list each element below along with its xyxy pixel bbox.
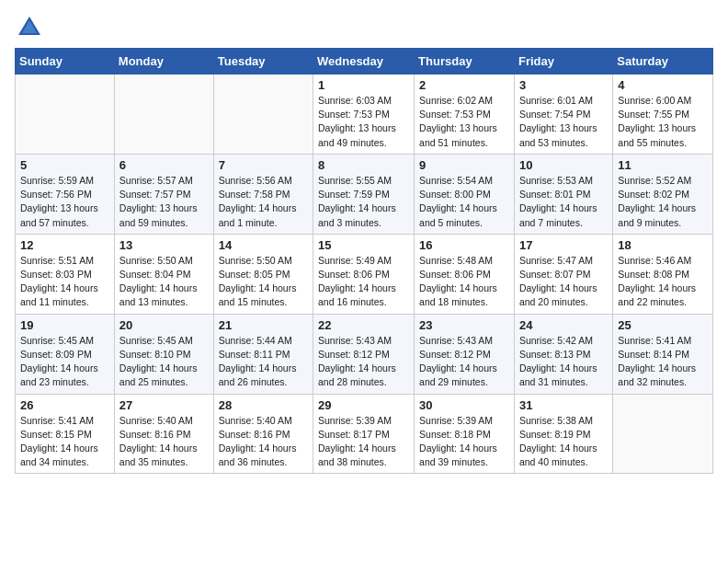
cell-info: Sunrise: 5:57 AM Sunset: 7:57 PM Dayligh… xyxy=(119,174,209,230)
cell-info: Sunrise: 5:53 AM Sunset: 8:01 PM Dayligh… xyxy=(519,174,608,230)
calendar-week-2: 5Sunrise: 5:59 AM Sunset: 7:56 PM Daylig… xyxy=(16,154,713,234)
cell-info: Sunrise: 5:41 AM Sunset: 8:14 PM Dayligh… xyxy=(618,334,708,390)
cell-info: Sunrise: 5:44 AM Sunset: 8:11 PM Dayligh… xyxy=(219,334,308,390)
header-day-tuesday: Tuesday xyxy=(213,49,313,75)
cell-info: Sunrise: 5:40 AM Sunset: 8:16 PM Dayligh… xyxy=(219,414,308,470)
calendar-cell xyxy=(114,75,213,155)
day-number: 27 xyxy=(119,398,209,412)
calendar-cell: 23Sunrise: 5:43 AM Sunset: 8:12 PM Dayli… xyxy=(415,314,515,394)
calendar-cell: 22Sunrise: 5:43 AM Sunset: 8:12 PM Dayli… xyxy=(313,314,415,394)
calendar-week-1: 1Sunrise: 6:03 AM Sunset: 7:53 PM Daylig… xyxy=(16,75,713,155)
calendar-cell: 5Sunrise: 5:59 AM Sunset: 7:56 PM Daylig… xyxy=(16,154,115,234)
calendar-cell: 24Sunrise: 5:42 AM Sunset: 8:13 PM Dayli… xyxy=(514,314,612,394)
cell-info: Sunrise: 5:54 AM Sunset: 8:00 PM Dayligh… xyxy=(419,174,509,230)
page-header xyxy=(15,15,713,40)
header-day-wednesday: Wednesday xyxy=(313,49,415,75)
day-number: 5 xyxy=(20,158,109,172)
calendar-cell: 9Sunrise: 5:54 AM Sunset: 8:00 PM Daylig… xyxy=(415,154,515,234)
calendar-cell: 12Sunrise: 5:51 AM Sunset: 8:03 PM Dayli… xyxy=(16,234,115,314)
calendar-cell: 14Sunrise: 5:50 AM Sunset: 8:05 PM Dayli… xyxy=(213,234,313,314)
logo-icon xyxy=(17,15,42,40)
calendar-cell: 15Sunrise: 5:49 AM Sunset: 8:06 PM Dayli… xyxy=(313,234,415,314)
cell-info: Sunrise: 5:50 AM Sunset: 8:04 PM Dayligh… xyxy=(119,254,209,310)
calendar-cell: 17Sunrise: 5:47 AM Sunset: 8:07 PM Dayli… xyxy=(514,234,612,314)
cell-info: Sunrise: 5:41 AM Sunset: 8:15 PM Dayligh… xyxy=(20,414,109,470)
cell-info: Sunrise: 5:45 AM Sunset: 8:09 PM Dayligh… xyxy=(20,334,109,390)
day-number: 21 xyxy=(219,318,308,332)
calendar-cell: 21Sunrise: 5:44 AM Sunset: 8:11 PM Dayli… xyxy=(213,314,313,394)
cell-info: Sunrise: 5:55 AM Sunset: 7:59 PM Dayligh… xyxy=(318,174,409,230)
day-number: 7 xyxy=(219,158,308,172)
calendar-cell: 18Sunrise: 5:46 AM Sunset: 8:08 PM Dayli… xyxy=(613,234,713,314)
calendar-cell: 30Sunrise: 5:39 AM Sunset: 8:18 PM Dayli… xyxy=(415,394,515,474)
day-number: 23 xyxy=(419,318,509,332)
cell-info: Sunrise: 5:50 AM Sunset: 8:05 PM Dayligh… xyxy=(219,254,308,310)
calendar-cell xyxy=(613,394,713,474)
day-number: 10 xyxy=(519,158,608,172)
calendar-cell: 25Sunrise: 5:41 AM Sunset: 8:14 PM Dayli… xyxy=(613,314,713,394)
header-day-thursday: Thursday xyxy=(415,49,515,75)
calendar-cell: 1Sunrise: 6:03 AM Sunset: 7:53 PM Daylig… xyxy=(313,75,415,155)
day-number: 18 xyxy=(618,238,708,252)
day-number: 26 xyxy=(20,398,109,412)
day-number: 16 xyxy=(419,238,509,252)
header-day-friday: Friday xyxy=(514,49,612,75)
cell-info: Sunrise: 6:03 AM Sunset: 7:53 PM Dayligh… xyxy=(318,94,409,150)
cell-info: Sunrise: 5:56 AM Sunset: 7:58 PM Dayligh… xyxy=(219,174,308,230)
calendar-cell: 7Sunrise: 5:56 AM Sunset: 7:58 PM Daylig… xyxy=(213,154,313,234)
cell-info: Sunrise: 5:43 AM Sunset: 8:12 PM Dayligh… xyxy=(419,334,509,390)
cell-info: Sunrise: 5:40 AM Sunset: 8:16 PM Dayligh… xyxy=(119,414,209,470)
calendar-header: SundayMondayTuesdayWednesdayThursdayFrid… xyxy=(16,49,713,75)
day-number: 17 xyxy=(519,238,608,252)
calendar-cell: 8Sunrise: 5:55 AM Sunset: 7:59 PM Daylig… xyxy=(313,154,415,234)
day-number: 11 xyxy=(618,158,708,172)
cell-info: Sunrise: 5:43 AM Sunset: 8:12 PM Dayligh… xyxy=(318,334,409,390)
calendar-cell: 16Sunrise: 5:48 AM Sunset: 8:06 PM Dayli… xyxy=(415,234,515,314)
day-number: 25 xyxy=(618,318,708,332)
cell-info: Sunrise: 6:02 AM Sunset: 7:53 PM Dayligh… xyxy=(419,94,509,150)
day-number: 9 xyxy=(419,158,509,172)
calendar-cell: 26Sunrise: 5:41 AM Sunset: 8:15 PM Dayli… xyxy=(16,394,115,474)
day-number: 14 xyxy=(219,238,308,252)
day-number: 6 xyxy=(119,158,209,172)
cell-info: Sunrise: 6:01 AM Sunset: 7:54 PM Dayligh… xyxy=(519,94,608,150)
day-number: 4 xyxy=(618,78,708,92)
calendar-cell: 28Sunrise: 5:40 AM Sunset: 8:16 PM Dayli… xyxy=(213,394,313,474)
day-number: 3 xyxy=(519,78,608,92)
calendar-cell: 31Sunrise: 5:38 AM Sunset: 8:19 PM Dayli… xyxy=(514,394,612,474)
calendar-cell: 3Sunrise: 6:01 AM Sunset: 7:54 PM Daylig… xyxy=(514,75,612,155)
calendar-week-3: 12Sunrise: 5:51 AM Sunset: 8:03 PM Dayli… xyxy=(16,234,713,314)
calendar-cell xyxy=(213,75,313,155)
calendar-cell: 29Sunrise: 5:39 AM Sunset: 8:17 PM Dayli… xyxy=(313,394,415,474)
calendar-cell: 10Sunrise: 5:53 AM Sunset: 8:01 PM Dayli… xyxy=(514,154,612,234)
day-number: 19 xyxy=(20,318,109,332)
day-number: 2 xyxy=(419,78,509,92)
day-number: 30 xyxy=(419,398,509,412)
cell-info: Sunrise: 5:59 AM Sunset: 7:56 PM Dayligh… xyxy=(20,174,109,230)
calendar-cell: 11Sunrise: 5:52 AM Sunset: 8:02 PM Dayli… xyxy=(613,154,713,234)
cell-info: Sunrise: 5:49 AM Sunset: 8:06 PM Dayligh… xyxy=(318,254,409,310)
calendar-cell xyxy=(16,75,115,155)
day-number: 22 xyxy=(318,318,409,332)
calendar-cell: 4Sunrise: 6:00 AM Sunset: 7:55 PM Daylig… xyxy=(613,75,713,155)
calendar-cell: 27Sunrise: 5:40 AM Sunset: 8:16 PM Dayli… xyxy=(114,394,213,474)
day-number: 8 xyxy=(318,158,409,172)
calendar-week-4: 19Sunrise: 5:45 AM Sunset: 8:09 PM Dayli… xyxy=(16,314,713,394)
day-number: 1 xyxy=(318,78,409,92)
day-number: 12 xyxy=(20,238,109,252)
header-day-monday: Monday xyxy=(114,49,213,75)
day-number: 20 xyxy=(119,318,209,332)
cell-info: Sunrise: 5:48 AM Sunset: 8:06 PM Dayligh… xyxy=(419,254,509,310)
calendar-table: SundayMondayTuesdayWednesdayThursdayFrid… xyxy=(15,48,713,474)
day-number: 24 xyxy=(519,318,608,332)
day-number: 15 xyxy=(318,238,409,252)
header-day-sunday: Sunday xyxy=(16,49,115,75)
day-number: 28 xyxy=(219,398,308,412)
calendar-cell: 20Sunrise: 5:45 AM Sunset: 8:10 PM Dayli… xyxy=(114,314,213,394)
day-number: 29 xyxy=(318,398,409,412)
cell-info: Sunrise: 5:42 AM Sunset: 8:13 PM Dayligh… xyxy=(519,334,608,390)
cell-info: Sunrise: 5:39 AM Sunset: 8:18 PM Dayligh… xyxy=(419,414,509,470)
cell-info: Sunrise: 5:38 AM Sunset: 8:19 PM Dayligh… xyxy=(519,414,608,470)
calendar-cell: 19Sunrise: 5:45 AM Sunset: 8:09 PM Dayli… xyxy=(16,314,115,394)
cell-info: Sunrise: 5:52 AM Sunset: 8:02 PM Dayligh… xyxy=(618,174,708,230)
